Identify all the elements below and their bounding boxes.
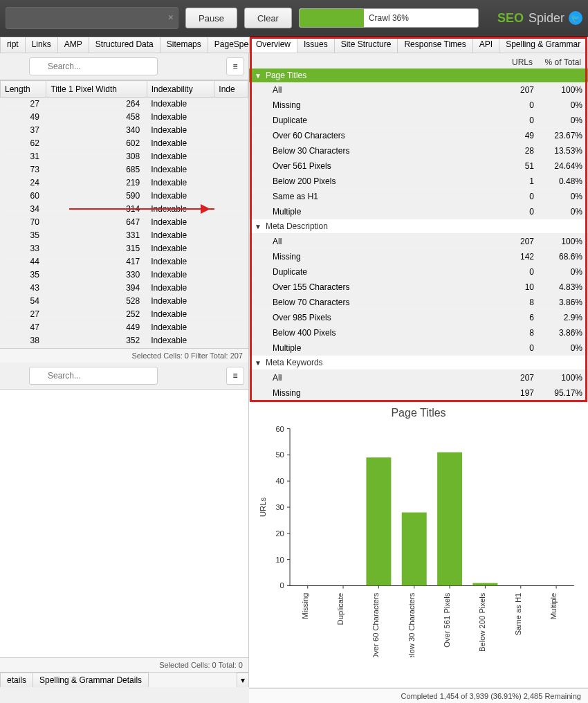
- svg-text:Missing: Missing: [301, 593, 309, 619]
- svg-text:0: 0: [280, 582, 284, 590]
- detail-search-input[interactable]: [29, 367, 158, 385]
- tab-amp[interactable]: AMP: [57, 37, 89, 53]
- table-row[interactable]: 52491Indexable: [1, 347, 248, 349]
- table-row[interactable]: 37340Indexable: [1, 124, 248, 137]
- close-icon[interactable]: ×: [168, 12, 174, 23]
- chevron-down-icon: ▼: [255, 359, 261, 367]
- svg-text:Multiple: Multiple: [549, 593, 558, 620]
- svg-text:Over 561 Pixels: Over 561 Pixels: [443, 592, 451, 648]
- tab-spelling-&-grammar[interactable]: Spelling & Grammar: [499, 37, 587, 53]
- url-input[interactable]: ×: [6, 7, 178, 29]
- col-header[interactable]: Title 1 Pixel Width: [46, 81, 147, 98]
- table-row[interactable]: 38352Indexable: [1, 334, 248, 347]
- table-row[interactable]: 62602Indexable: [1, 137, 248, 150]
- progress-text: Crawl 36%: [369, 13, 409, 23]
- col-urls: URLs: [484, 57, 533, 67]
- tab-structured-data[interactable]: Structured Data: [89, 37, 160, 53]
- svg-text:50: 50: [275, 450, 284, 459]
- col-header[interactable]: Inde: [214, 81, 248, 98]
- chart-title: Page Titles: [249, 401, 588, 422]
- table-row[interactable]: 44417Indexable: [1, 255, 248, 268]
- overview-row[interactable]: Below 400 Pixels83.86%: [249, 325, 588, 340]
- crawl-progress: Crawl 36%: [299, 8, 479, 28]
- overview-row[interactable]: All207100%: [249, 234, 588, 249]
- overview-row[interactable]: Over 561 Pixels5124.64%: [249, 158, 588, 174]
- brand-logo: SEO Spider 🐦: [497, 11, 582, 26]
- overview-row[interactable]: Below 200 Pixels10.48%: [249, 174, 588, 189]
- table-row[interactable]: 35330Indexable: [1, 268, 248, 282]
- tab-site-structure[interactable]: Site Structure: [334, 37, 398, 53]
- clear-button[interactable]: Clear: [244, 8, 292, 28]
- col-pct: % of Total: [533, 57, 581, 67]
- tab-links[interactable]: Links: [25, 37, 58, 53]
- tab-api[interactable]: API: [472, 37, 499, 53]
- svg-text:URLs: URLs: [259, 497, 267, 517]
- overview-row[interactable]: Missing14268.6%: [249, 249, 588, 264]
- overview-list[interactable]: ▼Page TitlesAll207100%Missing00%Duplicat…: [249, 69, 588, 401]
- bar: [437, 453, 462, 586]
- left-pane: riptLinksAMPStructured DataSitemapsPageS…: [0, 37, 249, 687]
- overview-header: URLs % of Total: [249, 53, 588, 69]
- overview-section-page-titles[interactable]: ▼Page Titles: [249, 69, 588, 82]
- svg-text:30: 30: [275, 503, 284, 511]
- chart: 0102030405060URLsMissingDuplicateOver 60…: [256, 422, 581, 657]
- overview-row[interactable]: Same as H100%: [249, 189, 588, 204]
- svg-text:Over 60 Characters: Over 60 Characters: [371, 592, 380, 657]
- annotation-arrow: [69, 208, 214, 210]
- overview-row[interactable]: Over 60 Characters4923.67%: [249, 128, 588, 143]
- overview-row[interactable]: Duplicate00%: [249, 113, 588, 128]
- col-header[interactable]: Indexability: [147, 81, 214, 98]
- chevron-down-icon: ▼: [255, 223, 261, 230]
- table-row[interactable]: 27264Indexable: [1, 98, 248, 111]
- svg-text:Duplicate: Duplicate: [336, 593, 344, 626]
- filter-button[interactable]: ≡: [226, 57, 244, 75]
- chart-panel: Page Titles 0102030405060URLsMissingDupl…: [249, 401, 588, 687]
- twitter-icon[interactable]: 🐦: [569, 11, 582, 25]
- overview-section-meta-keywords[interactable]: ▼Meta Keywords: [249, 356, 588, 370]
- table-row[interactable]: 49458Indexable: [1, 111, 248, 124]
- table-row[interactable]: 47449Indexable: [1, 321, 248, 334]
- tab-ript[interactable]: ript: [0, 37, 26, 53]
- overview-row[interactable]: Over 155 Characters104.83%: [249, 280, 588, 295]
- overview-section-meta-description[interactable]: ▼Meta Description: [249, 219, 588, 234]
- right-pane: OverviewIssuesSite StructureResponse Tim…: [249, 37, 588, 687]
- table-row[interactable]: 60590Indexable: [1, 190, 248, 203]
- table-row[interactable]: 70647Indexable: [1, 216, 248, 229]
- overview-row[interactable]: Missing19795.17%: [249, 385, 588, 401]
- table-row[interactable]: 35331Indexable: [1, 229, 248, 242]
- table-row[interactable]: 31308Indexable: [1, 150, 248, 163]
- overview-row[interactable]: Over 985 Pixels62.9%: [249, 310, 588, 325]
- footer-status: Completed 1,454 of 3,939 (36.91%) 2,485 …: [249, 688, 588, 703]
- tab-sitemaps[interactable]: Sitemaps: [160, 37, 208, 53]
- tab-issues[interactable]: Issues: [297, 37, 335, 53]
- overview-row[interactable]: Missing00%: [249, 98, 588, 113]
- progress-fill: [300, 9, 364, 27]
- overview-row[interactable]: Multiple00%: [249, 340, 588, 356]
- svg-text:Same as H1: Same as H1: [514, 593, 522, 636]
- tab-dropdown[interactable]: ▾: [237, 673, 249, 687]
- bottom-tab[interactable]: etails: [0, 673, 33, 687]
- search-input[interactable]: [29, 57, 158, 75]
- table-row[interactable]: 24219Indexable: [1, 176, 248, 190]
- overview-row[interactable]: All207100%: [249, 82, 588, 98]
- right-tab-strip: OverviewIssuesSite StructureResponse Tim…: [249, 37, 588, 53]
- overview-row[interactable]: All207100%: [249, 370, 588, 385]
- detail-status: Selected Cells: 0 Total: 0: [0, 657, 248, 672]
- bottom-tab[interactable]: Spelling & Grammar Details: [33, 673, 149, 687]
- col-header[interactable]: Length: [1, 81, 46, 98]
- overview-row[interactable]: Multiple00%: [249, 204, 588, 219]
- table-row[interactable]: 54528Indexable: [1, 295, 248, 308]
- table-row[interactable]: 33315Indexable: [1, 242, 248, 255]
- results-table[interactable]: LengthTitle 1 Pixel WidthIndexabilityInd…: [0, 80, 248, 348]
- overview-row[interactable]: Below 70 Characters83.86%: [249, 295, 588, 310]
- tab-response-times[interactable]: Response Times: [397, 37, 472, 53]
- table-row[interactable]: 73685Indexable: [1, 163, 248, 176]
- table-row[interactable]: 27252Indexable: [1, 308, 248, 321]
- overview-row[interactable]: Duplicate00%: [249, 264, 588, 280]
- pause-button[interactable]: Pause: [185, 8, 237, 28]
- bottom-tab-strip: etailsSpelling & Grammar Details▾: [0, 672, 248, 687]
- tab-overview[interactable]: Overview: [249, 37, 297, 53]
- filter-button[interactable]: ≡: [226, 367, 244, 385]
- table-row[interactable]: 43394Indexable: [1, 282, 248, 295]
- overview-row[interactable]: Below 30 Characters2813.53%: [249, 143, 588, 158]
